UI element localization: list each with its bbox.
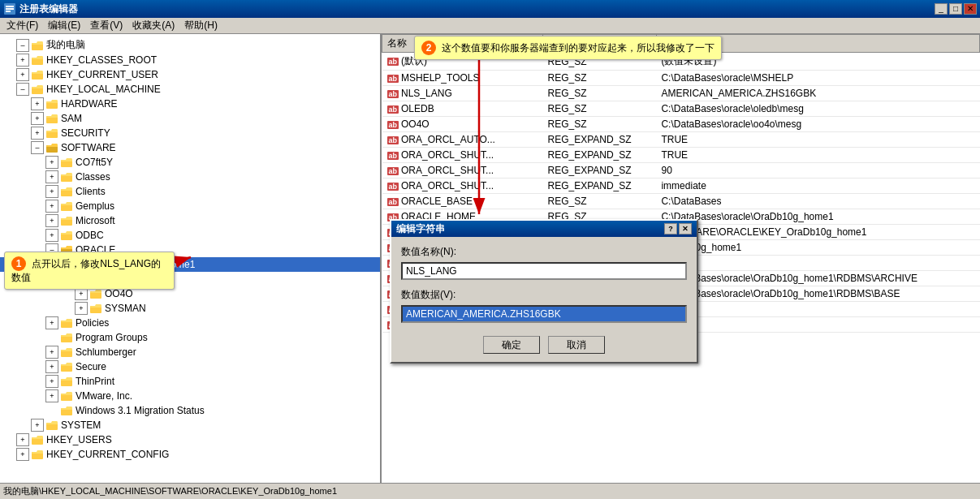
tree-policies[interactable]: + Policies [0,316,380,330]
cell-data: C:\DataBases\oracle\oo4o\mesg [656,117,979,132]
tree-security[interactable]: + SECURITY [0,126,380,140]
cell-data: SOFTWARE\ORACLE\KEY_OraDb10g_home1 [656,225,979,240]
cell-type: REG_SZ [542,194,656,209]
cell-name: abOO4O [382,117,543,132]
dialog-help-button[interactable]: ? [664,223,677,234]
expand-odbc[interactable]: + [45,229,58,242]
tree-program-groups[interactable]: Program Groups [0,330,380,345]
cell-name: abORA_ORCL_SHUT... [382,163,543,179]
tree-win31[interactable]: Windows 3.1 Migration Status [0,403,380,418]
menu-edit[interactable]: 编辑(E) [43,17,85,34]
status-path: 我的电脑\HKEY_LOCAL_MACHINE\SOFTWARE\ORACLE\… [3,485,337,497]
label-hardware: HARDWARE [61,98,118,110]
tree-co7ft5y[interactable]: + CO7ft5Y [0,155,380,170]
table-row[interactable]: abOO4O REG_SZ C:\DataBases\oracle\oo4o\m… [382,117,980,132]
expand-hku[interactable]: + [16,433,29,446]
tree-microsoft[interactable]: + Microsoft [0,213,380,228]
expand-secure[interactable]: + [45,360,58,373]
expand-hardware[interactable]: + [31,97,44,110]
label-my-computer: 我的电脑 [46,38,85,52]
dialog-name-input[interactable] [401,262,687,280]
table-row[interactable]: abNLS_LANG REG_SZ AMERICAN_AMERICA.ZHS16… [382,86,980,101]
menu-file[interactable]: 文件(F) [2,17,43,34]
tree-clients[interactable]: + Clients [0,184,380,199]
expand-security[interactable]: + [31,127,44,140]
tree-hkey-current-config[interactable]: + HKEY_CURRENT_CONFIG [0,447,380,462]
expand-software[interactable]: – [31,141,44,154]
cell-type: REG_EXPAND_SZ [542,132,656,148]
close-button[interactable]: ✕ [964,3,977,15]
dialog-title-buttons: ? ✕ [664,223,692,234]
table-row[interactable]: abOLEDB REG_SZ C:\DataBases\oracle\oledb… [382,101,980,117]
expand-program-groups[interactable] [45,331,58,344]
tree-thinprint[interactable]: + ThinPrint [0,374,380,389]
cell-name: abORA_ORCL_AUTO... [382,132,543,148]
cell-name: abORA_ORCL_SHUT... [382,179,543,194]
menu-help[interactable]: 帮助(H) [179,17,222,34]
tree-hardware[interactable]: + HARDWARE [0,97,380,111]
label-win31: Windows 3.1 Migration Status [76,405,205,416]
expand-win31[interactable] [45,404,58,417]
expand-sam[interactable]: + [31,112,44,125]
minimize-button[interactable]: _ [935,3,948,15]
table-row[interactable]: abMSHELP_TOOLS REG_SZ C:\DataBases\oracl… [382,71,980,86]
maximize-button[interactable]: □ [949,3,962,15]
tree-hkey-local-machine[interactable]: – HKEY_LOCAL_MACHINE [0,82,380,97]
dialog-confirm-button[interactable]: 确定 [483,336,540,354]
expand-policies[interactable]: + [45,316,58,329]
expand-thinprint[interactable]: + [45,375,58,388]
dialog-close-button[interactable]: ✕ [679,223,692,234]
edit-string-dialog[interactable]: 编辑字符串 ? ✕ 数值名称(N): 数值数据(V): 确定 取消 [390,219,698,363]
tree-hkey-classes-root[interactable]: + HKEY_CLASSES_ROOT [0,53,380,67]
expand-my-computer[interactable]: – [16,39,29,52]
expand-hkcc[interactable]: + [16,448,29,461]
table-row[interactable]: abORA_ORCL_SHUT... REG_EXPAND_SZ TRUE [382,148,980,163]
dialog-cancel-button[interactable]: 取消 [548,336,605,354]
tree-sam[interactable]: + SAM [0,111,380,126]
tree-system[interactable]: + SYSTEM [0,418,380,432]
tree-schlumberger[interactable]: + Schlumberger [0,345,380,359]
expand-classes[interactable]: + [45,170,58,183]
expand-schlumberger[interactable]: + [45,346,58,359]
cell-data: 0 [656,302,979,317]
label-schlumberger: Schlumberger [76,346,136,358]
callout-1-text: 点开以后，修改NLS_LANG的数值 [11,258,161,283]
cell-data: immediate [656,179,979,194]
table-row[interactable]: abORA_ORCL_SHUT... REG_EXPAND_SZ immedia… [382,179,980,194]
tree-software[interactable]: – SOFTWARE [0,140,380,155]
tree-vmware[interactable]: + VMware, Inc. [0,389,380,403]
table-row[interactable]: abORA_ORCL_AUTO... REG_EXPAND_SZ TRUE [382,132,980,148]
menu-view[interactable]: 查看(V) [85,17,127,34]
menu-favorites[interactable]: 收藏夹(A) [127,17,179,34]
label-microsoft: Microsoft [76,215,115,226]
label-policies: Policies [76,317,109,329]
expand-gemplus[interactable]: + [45,200,58,213]
cell-data: C:\DataBases [656,194,979,209]
expand-hkcr[interactable]: + [16,54,29,67]
tree-classes[interactable]: + Classes [0,170,380,184]
expand-co7ft5y[interactable]: + [45,156,58,169]
tree-gemplus[interactable]: + Gemplus [0,199,380,213]
tree-my-computer[interactable]: – 我的电脑 [0,37,380,53]
tree-odbc[interactable]: + ODBC [0,228,380,243]
expand-microsoft[interactable]: + [45,214,58,227]
menu-bar: 文件(F) 编辑(E) 查看(V) 收藏夹(A) 帮助(H) [0,18,980,34]
expand-clients[interactable]: + [45,185,58,198]
tree-hkey-current-user[interactable]: + HKEY_CURRENT_USER [0,67,380,82]
expand-system[interactable]: + [31,419,44,432]
expand-vmware[interactable]: + [45,389,58,402]
label-oo4o-sub: OO4O [105,288,133,299]
cell-data: orcl [656,256,979,271]
label-hkcr: HKEY_CLASSES_ROOT [46,54,157,66]
dialog-data-input[interactable] [401,305,687,323]
callout-2-text: 这个数值要和你服务器端查到的要对应起来，所以我修改了一下 [442,42,714,54]
expand-hkcu[interactable]: + [16,68,29,81]
table-row[interactable]: abORA_ORCL_SHUT... REG_EXPAND_SZ 90 [382,163,980,179]
tree-sysman[interactable]: + SYSMAN [0,301,380,316]
expand-sysman[interactable]: + [75,302,88,315]
expand-hklm[interactable]: – [16,83,29,96]
tree-secure[interactable]: + Secure [0,359,380,374]
label-sysman: SYSMAN [105,303,146,314]
tree-hkey-users[interactable]: + HKEY_USERS [0,432,380,447]
table-row[interactable]: abORACLE_BASE REG_SZ C:\DataBases [382,194,980,209]
